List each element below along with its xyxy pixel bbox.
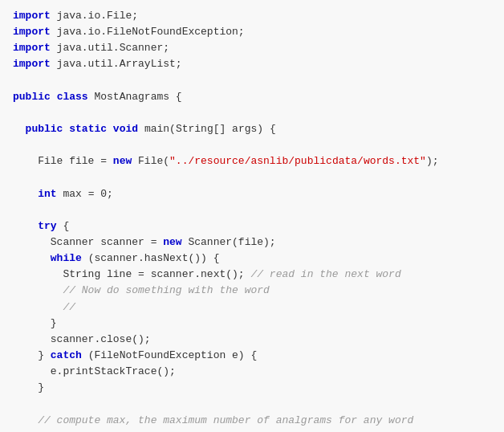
code-line-13 xyxy=(0,202,504,218)
code-line-4: import java.util.ArrayList; xyxy=(0,56,504,72)
code-editor: import java.io.File; import java.io.File… xyxy=(0,0,504,432)
code-line-27 xyxy=(0,429,504,432)
code-line-24: } xyxy=(0,380,504,396)
code-line-10: File file = new File("../resource/asnlib… xyxy=(0,153,504,169)
code-line-14: try { xyxy=(0,218,504,234)
code-line-11 xyxy=(0,169,504,185)
code-line-25 xyxy=(0,396,504,412)
code-line-23: e.printStackTrace(); xyxy=(0,364,504,380)
code-line-19: // xyxy=(0,300,504,316)
code-line-26: // compute max, the maximum number of an… xyxy=(0,413,504,429)
code-line-20: } xyxy=(0,316,504,332)
code-line-22: } catch (FileNotFoundException e) { xyxy=(0,348,504,364)
code-line-12: int max = 0; xyxy=(0,186,504,202)
code-line-17: String line = scanner.next(); // read in… xyxy=(0,267,504,283)
code-line-1: import java.io.File; xyxy=(0,8,504,24)
code-line-2: import java.io.FileNotFoundException; xyxy=(0,24,504,40)
code-line-15: Scanner scanner = new Scanner(file); xyxy=(0,234,504,251)
code-line-6: public class MostAnagrams { xyxy=(0,89,504,105)
code-line-5 xyxy=(0,73,504,89)
code-line-16: while (scanner.hasNext()) { xyxy=(0,251,504,267)
code-line-7 xyxy=(0,105,504,121)
code-line-9 xyxy=(0,137,504,153)
code-line-18: // Now do something with the word xyxy=(0,283,504,299)
code-line-3: import java.util.Scanner; xyxy=(0,40,504,56)
code-line-8: public static void main(String[] args) { xyxy=(0,121,504,137)
code-line-21: scanner.close(); xyxy=(0,332,504,348)
